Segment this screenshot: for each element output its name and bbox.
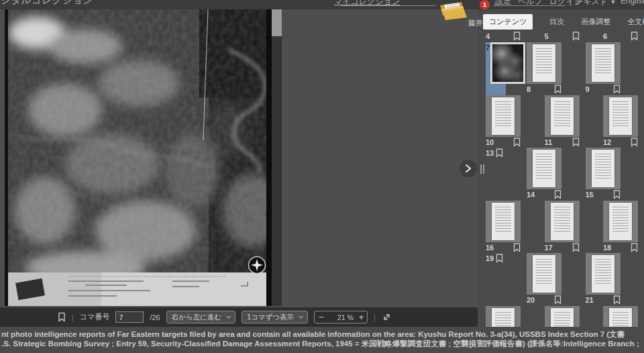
chevron-right-icon (464, 164, 472, 173)
thumbnail-item-6[interactable]: 6 (603, 32, 638, 41)
page-direction-select[interactable]: 右から左に進む (166, 311, 235, 323)
sidebar-tab-toc[interactable]: 目次 (549, 17, 564, 27)
thumbnail-item-10[interactable]: 10 (486, 95, 521, 147)
header-menu-item-0[interactable]: 設定 (495, 0, 511, 7)
thumbnail-item-8[interactable]: 8 (527, 42, 561, 94)
sidebar-tabs: コンテンツ目次画像調整全文検索 (483, 17, 644, 27)
thumbnail-item-16[interactable]: 16 (486, 201, 521, 252)
frame-number-label: コマ番号 (80, 312, 110, 322)
sidebar-resize-handle[interactable] (480, 164, 485, 174)
bookmark-icon[interactable] (513, 32, 521, 41)
thumbnail-item-partial[interactable] (486, 306, 521, 327)
thumbnail-image[interactable] (545, 201, 580, 242)
display-mode-select[interactable]: 1コマずつ表示 (241, 311, 308, 323)
frame-number: 16 (486, 244, 494, 252)
text-display-menu[interactable]: テキスト ▼ (575, 0, 616, 7)
thumbnail-item-partial[interactable] (545, 306, 580, 327)
thumbnail-grid: 789101112131415161718192021 (486, 42, 644, 327)
divider-line (341, 5, 436, 6)
caret-down-icon: ▼ (610, 0, 616, 5)
bibliographic-line-2: .S. Strategic Bombing Survey ; Entry 59,… (1, 340, 644, 349)
thumbnail-item-19[interactable]: 19 (486, 253, 503, 305)
thumbnail-item-14[interactable]: 14 (527, 148, 561, 199)
bookmark-icon[interactable] (572, 243, 580, 252)
thumbnail-image[interactable] (545, 95, 580, 137)
frame-total-label: /26 (150, 313, 160, 321)
bookmark-icon[interactable] (631, 32, 638, 41)
thumbnail-item-11[interactable]: 11 (545, 95, 580, 147)
frame-number: 7 (486, 44, 490, 52)
thumbnail-image[interactable] (527, 42, 561, 84)
sidebar-tab-fulltext-search[interactable]: 全文検索 (627, 17, 644, 27)
frame-number: 20 (527, 296, 535, 304)
thumbnail-item-17[interactable]: 17 (545, 201, 580, 252)
bookmark-button[interactable] (58, 312, 66, 322)
thumbnail-image[interactable] (603, 306, 638, 327)
frame-number: 11 (545, 138, 553, 146)
thumbnail-image[interactable] (586, 42, 621, 84)
compass-marker-icon (249, 257, 266, 274)
bookmark-icon[interactable] (496, 254, 503, 263)
my-collection-link[interactable]: マイコレクション (334, 0, 400, 7)
document-page-image[interactable] (5, 9, 282, 306)
next-frame-button[interactable] (460, 160, 477, 177)
bookmark-icon[interactable] (631, 138, 638, 147)
top-navigation-bar: デジタルコレクション マイコレクション 設定ヘルプログイン ｜ テキスト ▼ E… (0, 0, 644, 9)
zoom-out-button[interactable]: − (315, 312, 328, 322)
thumbnail-image[interactable] (486, 306, 521, 327)
my-collection-folder-icon[interactable]: 1 (435, 0, 491, 20)
bookmark-icon[interactable] (513, 138, 521, 147)
bookmark-icon (58, 312, 66, 322)
bookmark-icon[interactable] (613, 190, 621, 199)
bookmark-icon[interactable] (631, 243, 638, 252)
thumbnail-image[interactable] (603, 95, 638, 137)
header-menu-item-1[interactable]: ヘルプ (518, 0, 543, 7)
frame-number: 18 (603, 244, 611, 252)
frame-number: 12 (603, 138, 611, 146)
thumbnail-item-5[interactable]: 5 (545, 32, 580, 41)
frame-number: 13 (486, 149, 494, 157)
bookmark-icon[interactable] (554, 295, 561, 305)
thumbnail-item-21[interactable]: 21 (586, 253, 621, 305)
frame-number: 9 (586, 85, 590, 93)
language-switch-link[interactable]: English (621, 0, 644, 5)
thumbnail-image[interactable] (486, 201, 521, 242)
bookmark-icon[interactable] (513, 243, 521, 252)
collection-count-badge: 1 (480, 0, 490, 9)
thumbnail-image[interactable] (603, 201, 638, 242)
bookmark-icon[interactable] (572, 138, 580, 147)
thumbnail-item-18[interactable]: 18 (603, 201, 638, 252)
thumbnail-item-partial[interactable] (603, 306, 638, 327)
bookmark-icon[interactable] (613, 85, 621, 94)
toolbar-divider: | (72, 313, 74, 321)
chevron-down-icon (226, 314, 231, 319)
frame-number: 14 (527, 191, 535, 199)
frame-number: 6 (603, 32, 607, 40)
bookmark-icon[interactable] (613, 295, 621, 305)
thumbnail-item-20[interactable]: 20 (527, 253, 561, 305)
bookmark-icon[interactable] (554, 190, 561, 199)
sidebar-panel: コンテンツ目次画像調整全文検索 456 78910111213141516171… (478, 9, 644, 327)
thumbnail-image[interactable] (545, 306, 580, 327)
thumbnail-image[interactable] (586, 148, 621, 189)
thumbnail-image[interactable] (527, 253, 561, 295)
bookmark-icon[interactable] (496, 148, 503, 158)
bookmark-icon[interactable] (554, 85, 561, 94)
frame-number: 8 (527, 85, 531, 93)
thumbnail-item-9[interactable]: 9 (586, 42, 621, 94)
thumbnail-item-4[interactable]: 4 (486, 32, 521, 41)
folder-icon (435, 0, 482, 20)
bookmark-icon[interactable] (572, 32, 580, 41)
thumbnail-item-13[interactable]: 13 (486, 148, 503, 199)
thumbnail-item-12[interactable]: 12 (603, 95, 638, 147)
thumbnail-image[interactable] (490, 42, 525, 84)
zoom-in-button[interactable]: + (356, 312, 367, 322)
frame-number-input[interactable] (115, 311, 144, 323)
thumbnail-image[interactable] (486, 95, 521, 137)
thumbnail-image[interactable] (527, 148, 561, 189)
toolbar-divider: | (374, 313, 376, 321)
thumbnail-item-15[interactable]: 15 (586, 148, 621, 199)
fullscreen-expand-button[interactable] (382, 312, 392, 322)
thumbnail-image[interactable] (586, 253, 621, 295)
sidebar-tab-image-adjustment[interactable]: 画像調整 (581, 17, 610, 27)
